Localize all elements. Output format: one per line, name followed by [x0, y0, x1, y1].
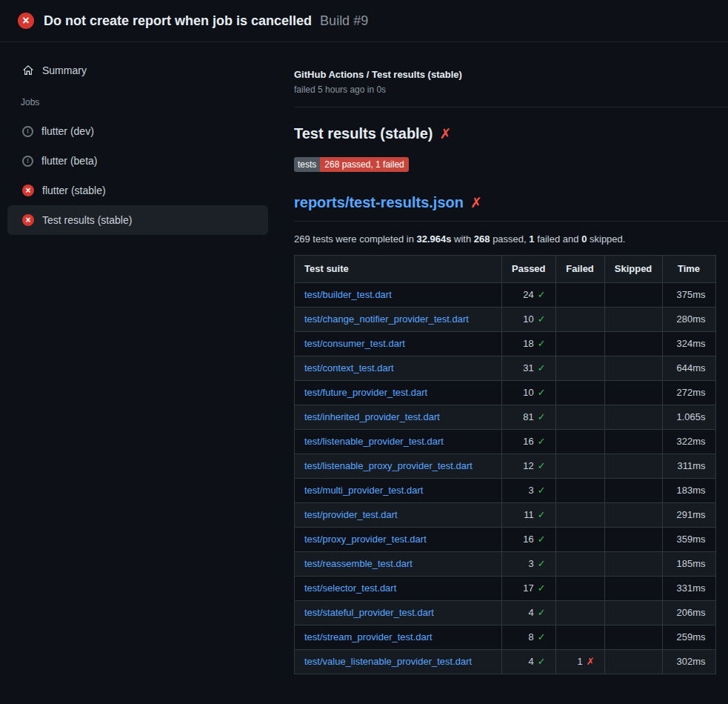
failed-cell: [555, 356, 604, 381]
col-passed: Passed: [502, 256, 556, 283]
sidebar-item-label: Test results (stable): [42, 214, 132, 226]
time-cell: 272ms: [662, 381, 715, 405]
section-title: Test results (stable) ✗: [294, 125, 728, 142]
suite-link[interactable]: test/future_provider_test.dart: [304, 387, 427, 398]
jobs-section-label: Jobs: [7, 97, 268, 107]
pass-check-icon: ✓: [538, 534, 546, 545]
table-row: test/context_test.dart 31✓ 644ms: [295, 356, 716, 381]
suite-link[interactable]: test/reassemble_test.dart: [304, 558, 413, 569]
skipped-cell: [604, 503, 662, 528]
passed-count: 8: [528, 631, 533, 642]
time-cell: 331ms: [662, 577, 715, 601]
sidebar-item-label: Summary: [42, 64, 87, 76]
sidebar-item-label: flutter (beta): [41, 155, 97, 167]
time-cell: 183ms: [662, 479, 715, 503]
fail-cross-icon: ✗: [587, 656, 595, 667]
time-cell: 324ms: [662, 332, 715, 356]
suite-link[interactable]: test/multi_provider_test.dart: [304, 485, 423, 496]
skipped-cell: [604, 577, 662, 601]
suite-link[interactable]: test/builder_test.dart: [304, 289, 392, 300]
pass-check-icon: ✓: [538, 631, 546, 642]
passed-count: 12: [523, 460, 533, 471]
failed-cell: [555, 405, 604, 430]
suite-link[interactable]: test/change_notifier_provider_test.dart: [304, 313, 469, 325]
suite-link[interactable]: test/stream_provider_test.dart: [304, 631, 433, 642]
sidebar-item-test-results-stable[interactable]: Test results (stable): [7, 205, 268, 235]
skipped-cell: [604, 308, 662, 332]
skipped-cell: [604, 356, 662, 381]
failed-cell: [555, 601, 604, 625]
suite-link[interactable]: test/provider_test.dart: [304, 509, 398, 520]
skipped-cell: [604, 283, 662, 308]
summary-value-failed: 1: [529, 233, 534, 245]
summary-text-part: failed and: [535, 233, 582, 245]
fail-cross-icon: ✗: [439, 127, 451, 141]
passed-count: 81: [523, 411, 533, 422]
failed-cell: [555, 332, 604, 356]
suite-link[interactable]: test/listenable_proxy_provider_test.dart: [304, 460, 472, 471]
suite-link[interactable]: test/consumer_test.dart: [304, 338, 405, 349]
pass-check-icon: ✓: [538, 387, 546, 398]
suite-link[interactable]: test/value_listenable_provider_test.dart: [304, 656, 472, 667]
report-title: reports/test-results.json ✗: [294, 194, 728, 222]
suite-link[interactable]: test/proxy_provider_test.dart: [304, 534, 427, 545]
failed-status-icon: [22, 185, 34, 196]
sidebar-item-flutter-dev[interactable]: flutter (dev): [7, 116, 268, 146]
passed-cell: 18✓: [502, 332, 556, 356]
pass-check-icon: ✓: [538, 313, 546, 325]
passed-cell: 12✓: [502, 454, 556, 479]
failed-cell: [555, 381, 604, 405]
passed-cell: 16✓: [502, 528, 556, 552]
table-row: test/consumer_test.dart 18✓ 324ms: [295, 332, 716, 356]
sidebar-item-label: flutter (dev): [41, 125, 94, 137]
results-table-body: test/builder_test.dart 24✓ 375ms test/ch…: [295, 283, 716, 674]
col-time: Time: [662, 256, 715, 283]
tests-badge: tests 268 passed, 1 failed: [294, 157, 409, 172]
passed-count: 10: [523, 387, 533, 398]
suite-link[interactable]: test/stateful_provider_test.dart: [304, 607, 434, 618]
passed-count: 3: [528, 558, 533, 569]
report-link[interactable]: reports/test-results.json: [294, 194, 464, 211]
suite-link[interactable]: test/inherited_provider_test.dart: [304, 411, 440, 422]
pass-check-icon: ✓: [538, 485, 546, 496]
failed-cell: [555, 625, 604, 650]
pass-check-icon: ✓: [538, 582, 546, 594]
table-row: test/multi_provider_test.dart 3✓ 183ms: [295, 479, 716, 503]
summary-text-part: with: [451, 233, 473, 245]
passed-cell: 24✓: [502, 283, 556, 308]
suite-link[interactable]: test/listenable_provider_test.dart: [304, 436, 444, 447]
sidebar-item-flutter-stable[interactable]: flutter (stable): [7, 176, 268, 205]
time-cell: 185ms: [662, 552, 715, 577]
summary-value-duration: 32.964s: [416, 233, 451, 245]
failed-cell: [555, 577, 604, 601]
passed-cell: 3✓: [502, 552, 556, 577]
passed-cell: 17✓: [502, 577, 556, 601]
check-run-header: Do not create report when job is cancell…: [0, 0, 728, 42]
suite-link[interactable]: test/selector_test.dart: [304, 582, 396, 594]
failed-status-icon: [22, 214, 34, 226]
sidebar-item-summary[interactable]: Summary: [7, 56, 268, 85]
pass-check-icon: ✓: [538, 362, 546, 373]
passed-cell: 81✓: [502, 405, 556, 430]
summary-value-passed: 268: [474, 233, 490, 245]
home-icon: [22, 64, 34, 76]
passed-cell: 4✓: [502, 601, 556, 625]
section-title-text: Test results (stable): [294, 125, 433, 142]
passed-cell: 10✓: [502, 381, 556, 405]
passed-cell: 10✓: [502, 308, 556, 332]
skipped-cell: [604, 479, 662, 503]
passed-count: 11: [524, 509, 534, 520]
failed-status-icon: [18, 13, 34, 29]
failed-count: 1: [577, 656, 582, 667]
col-failed: Failed: [555, 256, 604, 283]
failed-cell: 1✗: [555, 650, 604, 674]
failed-cell: [555, 283, 604, 308]
sidebar-item-flutter-beta[interactable]: flutter (beta): [7, 146, 268, 176]
passed-cell: 31✓: [502, 356, 556, 381]
divider: [294, 107, 728, 107]
badge-label: tests: [294, 157, 320, 172]
suite-link[interactable]: test/context_test.dart: [304, 362, 394, 373]
table-row: test/listenable_proxy_provider_test.dart…: [295, 454, 716, 479]
neutral-status-icon: [22, 126, 33, 137]
passed-count: 17: [523, 582, 533, 594]
